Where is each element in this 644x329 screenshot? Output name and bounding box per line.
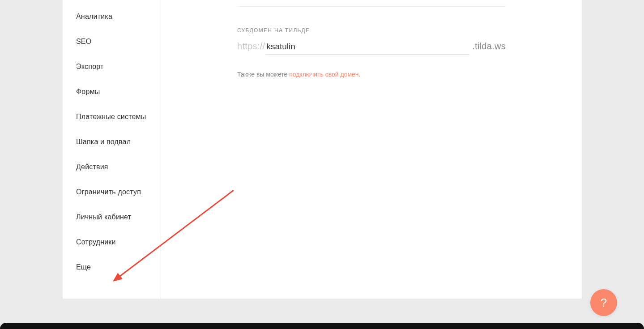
- divider: [237, 6, 506, 7]
- sidebar-item-seo[interactable]: SEO: [63, 29, 161, 54]
- sidebar-item-payment-systems[interactable]: Платежные системы: [63, 104, 161, 129]
- settings-content: СУБДОМЕН НА ТИЛЬДЕ https:// .tilda.ws Та…: [161, 0, 582, 299]
- browser-frame-edge: [0, 323, 644, 329]
- subdomain-suffix: .tilda.ws: [472, 41, 506, 51]
- sidebar-item-export[interactable]: Экспорт: [63, 54, 161, 79]
- sidebar-item-header-footer[interactable]: Шапка и подвал: [63, 129, 161, 154]
- settings-sidebar: Аналитика SEO Экспорт Формы Платежные си…: [63, 0, 161, 299]
- question-icon: ?: [601, 296, 607, 310]
- sidebar-item-restrict-access[interactable]: Ограничить доступ: [63, 179, 161, 205]
- help-button[interactable]: ?: [590, 289, 617, 316]
- domain-hint: Также вы можете подключить свой домен.: [237, 71, 506, 78]
- subdomain-section-label: СУБДОМЕН НА ТИЛЬДЕ: [237, 27, 506, 34]
- sidebar-item-employees[interactable]: Сотрудники: [63, 230, 161, 255]
- sidebar-item-actions[interactable]: Действия: [63, 154, 161, 179]
- connect-domain-link[interactable]: подключить свой домен: [289, 71, 358, 78]
- settings-panel: Аналитика SEO Экспорт Формы Платежные си…: [63, 0, 582, 299]
- hint-text-before: Также вы можете: [237, 71, 289, 78]
- sidebar-item-analytics[interactable]: Аналитика: [63, 4, 161, 29]
- subdomain-row: https:// .tilda.ws: [237, 41, 506, 59]
- hint-text-after: .: [359, 71, 361, 78]
- sidebar-item-more[interactable]: Еще: [63, 255, 161, 280]
- sidebar-item-personal-cabinet[interactable]: Личный кабинет: [63, 205, 161, 230]
- subdomain-input[interactable]: [265, 41, 469, 55]
- subdomain-prefix: https://: [237, 41, 265, 51]
- sidebar-item-forms[interactable]: Формы: [63, 79, 161, 104]
